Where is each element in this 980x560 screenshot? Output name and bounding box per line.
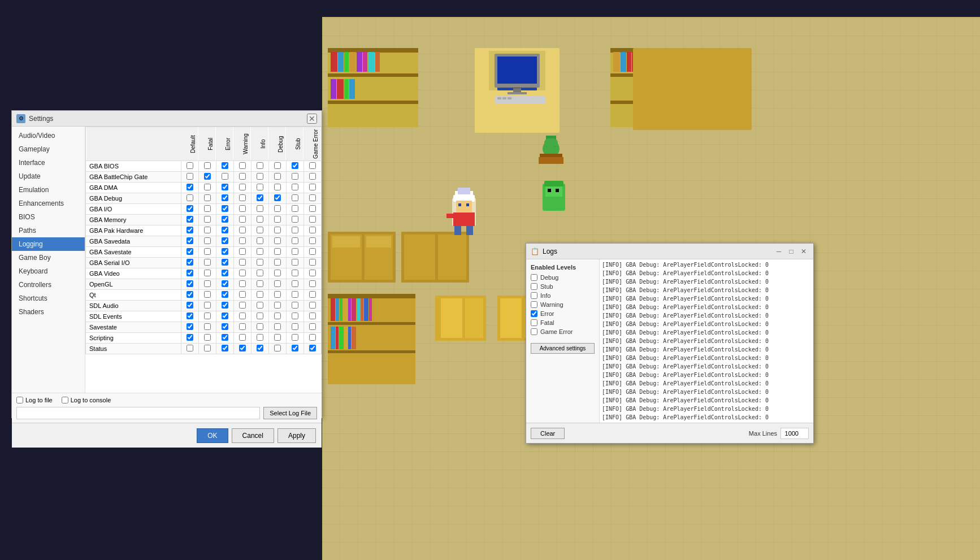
checkbox-fatal-14[interactable] [204, 312, 211, 319]
checkbox-debug-5[interactable] [274, 216, 281, 223]
checkbox-fatal-17[interactable] [204, 345, 211, 351]
cell-default-9[interactable] [181, 258, 198, 268]
cell-error-15[interactable] [216, 322, 233, 333]
checkbox-debug-6[interactable] [274, 227, 281, 233]
cell-fatal-17[interactable] [198, 344, 216, 354]
checkbox-error-12[interactable] [222, 291, 228, 298]
checkbox-default-13[interactable] [187, 302, 193, 309]
cell-stub-5[interactable] [286, 215, 303, 225]
cell-info-12[interactable] [251, 290, 268, 301]
cell-error-2[interactable] [216, 183, 233, 193]
checkbox-error-2[interactable] [222, 184, 228, 190]
cell-default-14[interactable] [181, 311, 198, 322]
checkbox-warning-10[interactable] [239, 270, 246, 276]
checkbox-fatal-9[interactable] [204, 259, 211, 266]
cell-warning-7[interactable] [233, 236, 251, 247]
checkbox-stub-10[interactable] [292, 270, 298, 276]
cell-warning-4[interactable] [233, 204, 251, 215]
log-file-input[interactable] [16, 407, 260, 419]
sidebar-item-bios[interactable]: BIOS [12, 210, 85, 224]
cell-stub-4[interactable] [286, 204, 303, 215]
checkbox-info-14[interactable] [257, 312, 263, 319]
checkbox-info-10[interactable] [257, 270, 263, 276]
log-level-checkbox-debug[interactable] [531, 274, 537, 281]
checkbox-game_error-14[interactable] [309, 312, 316, 319]
cell-fatal-0[interactable] [198, 161, 216, 172]
checkbox-debug-3[interactable] [274, 194, 281, 201]
cell-default-7[interactable] [181, 236, 198, 247]
checkbox-debug-1[interactable] [274, 173, 281, 180]
checkbox-info-13[interactable] [257, 302, 263, 309]
cell-stub-13[interactable] [286, 301, 303, 311]
checkbox-default-14[interactable] [187, 312, 193, 319]
checkbox-stub-11[interactable] [292, 280, 298, 287]
cell-fatal-6[interactable] [198, 225, 216, 236]
cell-warning-17[interactable] [233, 344, 251, 354]
checkbox-game_error-4[interactable] [309, 205, 316, 212]
cell-stub-2[interactable] [286, 183, 303, 193]
cell-warning-3[interactable] [233, 193, 251, 204]
checkbox-game_error-13[interactable] [309, 302, 316, 309]
checkbox-error-14[interactable] [222, 312, 228, 319]
cell-error-17[interactable] [216, 344, 233, 354]
checkbox-default-11[interactable] [187, 280, 193, 287]
checkbox-debug-8[interactable] [274, 248, 281, 255]
checkbox-fatal-1[interactable] [204, 173, 211, 180]
checkbox-stub-3[interactable] [292, 194, 298, 201]
cell-info-6[interactable] [251, 225, 268, 236]
checkbox-debug-0[interactable] [274, 162, 281, 169]
checkbox-debug-2[interactable] [274, 184, 281, 190]
sidebar-item-paths[interactable]: Paths [12, 224, 85, 237]
cell-default-5[interactable] [181, 215, 198, 225]
cell-debug-5[interactable] [268, 215, 286, 225]
cell-debug-17[interactable] [268, 344, 286, 354]
cell-game_error-3[interactable] [303, 193, 321, 204]
cell-warning-8[interactable] [233, 247, 251, 258]
checkbox-default-16[interactable] [187, 334, 193, 341]
checkbox-warning-1[interactable] [239, 173, 246, 180]
checkbox-error-9[interactable] [222, 259, 228, 266]
sidebar-item-update[interactable]: Update [12, 170, 85, 183]
cell-warning-16[interactable] [233, 333, 251, 344]
checkbox-stub-6[interactable] [292, 227, 298, 233]
sidebar-item-interface[interactable]: Interface [12, 156, 85, 170]
checkbox-fatal-5[interactable] [204, 216, 211, 223]
checkbox-default-3[interactable] [187, 194, 193, 201]
cancel-button[interactable]: Cancel [232, 428, 274, 443]
checkbox-warning-7[interactable] [239, 237, 246, 244]
checkbox-error-5[interactable] [222, 216, 228, 223]
log-level-checkbox-game-error[interactable] [531, 328, 537, 335]
cell-game_error-6[interactable] [303, 225, 321, 236]
cell-game_error-14[interactable] [303, 311, 321, 322]
checkbox-debug-17[interactable] [274, 345, 281, 351]
logs-close-button[interactable]: ✕ [799, 246, 809, 257]
cell-warning-6[interactable] [233, 225, 251, 236]
settings-close-button[interactable]: ✕ [307, 114, 317, 124]
checkbox-warning-9[interactable] [239, 259, 246, 266]
cell-warning-15[interactable] [233, 322, 251, 333]
cell-default-10[interactable] [181, 268, 198, 279]
checkbox-game_error-12[interactable] [309, 291, 316, 298]
cell-stub-9[interactable] [286, 258, 303, 268]
select-log-file-button[interactable]: Select Log File [263, 407, 317, 419]
checkbox-game_error-2[interactable] [309, 184, 316, 190]
cell-fatal-15[interactable] [198, 322, 216, 333]
checkbox-fatal-6[interactable] [204, 227, 211, 233]
checkbox-info-8[interactable] [257, 248, 263, 255]
logging-table-container[interactable]: Default Fatal Error Warning Info Debug S… [85, 127, 322, 393]
cell-default-11[interactable] [181, 279, 198, 290]
checkbox-warning-4[interactable] [239, 205, 246, 212]
max-lines-input[interactable] [780, 428, 809, 439]
log-level-stub[interactable]: Stub [531, 283, 595, 290]
cell-game_error-15[interactable] [303, 322, 321, 333]
log-level-debug[interactable]: Debug [531, 274, 595, 281]
checkbox-game_error-3[interactable] [309, 194, 316, 201]
checkbox-game_error-16[interactable] [309, 334, 316, 341]
cell-default-15[interactable] [181, 322, 198, 333]
cell-error-16[interactable] [216, 333, 233, 344]
checkbox-info-6[interactable] [257, 227, 263, 233]
cell-error-7[interactable] [216, 236, 233, 247]
checkbox-warning-0[interactable] [239, 162, 246, 169]
checkbox-default-5[interactable] [187, 216, 193, 223]
checkbox-default-4[interactable] [187, 205, 193, 212]
